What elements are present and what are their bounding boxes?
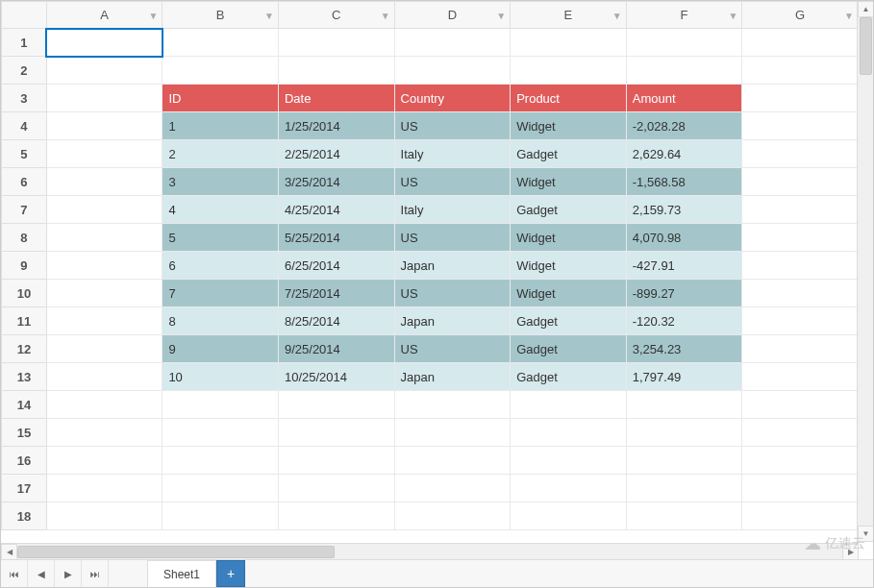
filter-icon[interactable]: ▼: [728, 10, 737, 20]
cell[interactable]: [742, 29, 859, 57]
cell[interactable]: [46, 335, 162, 363]
cell[interactable]: [162, 502, 279, 530]
cell[interactable]: [46, 252, 162, 280]
cell[interactable]: [511, 57, 627, 85]
cell[interactable]: [742, 112, 859, 140]
cell[interactable]: [742, 196, 859, 224]
table-cell[interactable]: 9: [162, 335, 279, 363]
table-cell[interactable]: 10/25/2014: [278, 363, 394, 391]
table-cell[interactable]: US: [394, 280, 511, 307]
cell[interactable]: [162, 447, 279, 475]
cell[interactable]: [46, 85, 162, 112]
row-header[interactable]: 13: [2, 363, 47, 391]
filter-icon[interactable]: ▼: [148, 10, 158, 20]
table-cell[interactable]: 1: [162, 112, 279, 140]
hscroll-thumb[interactable]: [17, 546, 335, 558]
col-header-G[interactable]: G▼: [742, 2, 859, 29]
cell[interactable]: [162, 57, 279, 85]
col-header-D[interactable]: D▼: [394, 2, 511, 29]
row-header[interactable]: 7: [2, 196, 47, 224]
add-sheet-button[interactable]: +: [216, 560, 245, 587]
cell[interactable]: [511, 447, 627, 475]
table-cell[interactable]: 7: [162, 280, 279, 307]
row-header[interactable]: 9: [2, 252, 47, 280]
table-cell[interactable]: Widget: [511, 280, 627, 307]
cell[interactable]: [511, 475, 627, 502]
cell[interactable]: [278, 447, 394, 475]
cell[interactable]: [511, 391, 627, 419]
cell[interactable]: [46, 307, 162, 335]
filter-icon[interactable]: ▼: [844, 10, 854, 20]
table-cell[interactable]: 5/25/2014: [278, 224, 394, 252]
table-cell[interactable]: 1/25/2014: [278, 112, 394, 140]
vscroll-thumb[interactable]: [860, 17, 872, 75]
table-cell[interactable]: 4,070.98: [626, 224, 742, 252]
cell[interactable]: [162, 391, 279, 419]
cell[interactable]: [742, 280, 859, 307]
row-header[interactable]: 12: [2, 335, 47, 363]
row-header[interactable]: 8: [2, 224, 47, 252]
col-header-F[interactable]: F▼: [626, 2, 742, 29]
table-cell[interactable]: 4/25/2014: [278, 196, 394, 224]
cell[interactable]: [742, 85, 859, 112]
cell[interactable]: [511, 29, 627, 57]
table-header-date[interactable]: Date: [278, 85, 394, 112]
cell[interactable]: [278, 29, 394, 57]
scroll-up-arrow-icon[interactable]: ▲: [858, 1, 874, 17]
cell[interactable]: [46, 447, 162, 475]
cell[interactable]: [162, 475, 279, 502]
row-header[interactable]: 10: [2, 280, 47, 307]
table-cell[interactable]: 3/25/2014: [278, 168, 394, 196]
table-cell[interactable]: 8/25/2014: [278, 307, 394, 335]
table-cell[interactable]: 3: [162, 168, 279, 196]
row-header[interactable]: 15: [2, 419, 47, 447]
filter-icon[interactable]: ▼: [496, 10, 506, 20]
table-cell[interactable]: 2,159.73: [626, 196, 742, 224]
table-cell[interactable]: Gadget: [511, 335, 627, 363]
first-sheet-button[interactable]: ⏮: [1, 560, 28, 587]
cell[interactable]: [626, 57, 742, 85]
table-cell[interactable]: 10: [162, 363, 279, 391]
col-header-C[interactable]: C▼: [278, 2, 394, 29]
table-cell[interactable]: -427.91: [626, 252, 742, 280]
cell[interactable]: [162, 419, 279, 447]
table-header-id[interactable]: ID: [162, 85, 279, 112]
row-header[interactable]: 6: [2, 168, 47, 196]
cell[interactable]: [626, 419, 742, 447]
filter-icon[interactable]: ▼: [264, 10, 274, 20]
table-cell[interactable]: -2,028.28: [626, 112, 742, 140]
cell[interactable]: [46, 57, 162, 85]
filter-icon[interactable]: ▼: [381, 10, 390, 20]
table-cell[interactable]: 9/25/2014: [278, 335, 394, 363]
table-cell[interactable]: 2: [162, 140, 279, 168]
filter-icon[interactable]: ▼: [612, 10, 622, 20]
table-cell[interactable]: 8: [162, 307, 279, 335]
cell[interactable]: [626, 475, 742, 502]
row-header[interactable]: 17: [2, 475, 47, 502]
col-header-E[interactable]: E▼: [511, 2, 627, 29]
scroll-left-arrow-icon[interactable]: ◀: [1, 544, 17, 560]
cell[interactable]: [742, 391, 859, 419]
spreadsheet-grid[interactable]: A▼ B▼ C▼ D▼ E▼ F▼ G▼ 1 2: [1, 1, 859, 542]
col-header-A[interactable]: A▼: [46, 2, 162, 29]
table-cell[interactable]: 4: [162, 196, 279, 224]
cell[interactable]: [742, 57, 859, 85]
cell[interactable]: [626, 502, 742, 530]
cell[interactable]: [46, 419, 162, 447]
cell[interactable]: [46, 112, 162, 140]
prev-sheet-button[interactable]: ◀: [28, 560, 55, 587]
table-cell[interactable]: -120.32: [626, 307, 742, 335]
table-cell[interactable]: Gadget: [511, 196, 627, 224]
cell[interactable]: [394, 502, 511, 530]
table-cell[interactable]: 1,797.49: [626, 363, 742, 391]
cell[interactable]: [511, 502, 627, 530]
cell-A1[interactable]: [46, 29, 162, 57]
cell[interactable]: [742, 140, 859, 168]
table-cell[interactable]: Japan: [394, 363, 511, 391]
cell[interactable]: [46, 363, 162, 391]
vscroll-track[interactable]: [858, 17, 874, 526]
table-cell[interactable]: Widget: [511, 252, 627, 280]
cell[interactable]: [278, 502, 394, 530]
cell[interactable]: [742, 335, 859, 363]
table-cell[interactable]: 6: [162, 252, 279, 280]
